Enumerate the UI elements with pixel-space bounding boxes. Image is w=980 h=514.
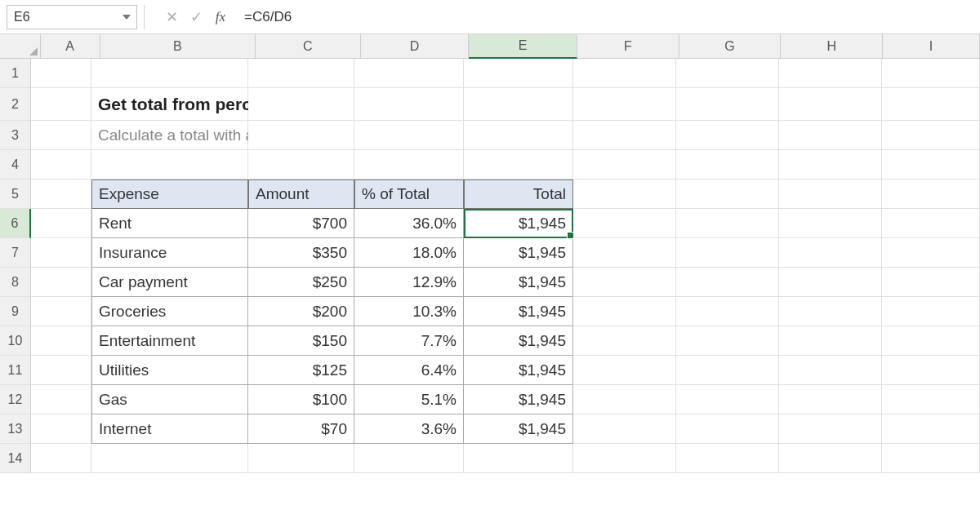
cell-expense[interactable]: Gas xyxy=(91,385,248,414)
cell[interactable] xyxy=(676,238,779,268)
row-header[interactable]: 2 xyxy=(0,88,31,121)
cell[interactable] xyxy=(779,88,882,121)
cell-total[interactable]: $1,945 xyxy=(464,356,573,385)
cell[interactable] xyxy=(31,414,91,444)
cell[interactable] xyxy=(31,179,91,209)
cell[interactable] xyxy=(354,121,464,150)
cell[interactable] xyxy=(882,121,980,150)
col-header-I[interactable]: I xyxy=(883,34,980,59)
cell[interactable] xyxy=(354,59,464,88)
cell[interactable] xyxy=(779,268,882,297)
row-header[interactable]: 9 xyxy=(0,297,31,326)
cell-pct[interactable]: 6.4% xyxy=(354,356,464,385)
cell[interactable] xyxy=(91,150,248,179)
cell[interactable] xyxy=(779,326,882,356)
cell[interactable] xyxy=(573,150,676,179)
cell[interactable] xyxy=(882,179,980,209)
cell[interactable] xyxy=(573,356,676,385)
cell[interactable] xyxy=(779,179,882,209)
name-box-wrap[interactable] xyxy=(7,5,137,29)
cell[interactable] xyxy=(676,179,779,209)
cell-pct[interactable]: 3.6% xyxy=(354,414,464,444)
row-header[interactable]: 4 xyxy=(0,150,31,179)
accept-formula-icon[interactable]: ✓ xyxy=(184,5,208,29)
table-header-expense[interactable]: Expense xyxy=(91,179,248,209)
cell[interactable] xyxy=(354,150,464,179)
cell[interactable] xyxy=(464,121,573,150)
cell[interactable] xyxy=(573,179,676,209)
cell-total[interactable]: $1,945 xyxy=(464,414,573,444)
cell[interactable] xyxy=(779,121,882,150)
cell[interactable] xyxy=(464,444,573,473)
col-header-C[interactable]: C xyxy=(256,34,361,59)
cell[interactable] xyxy=(882,59,980,88)
select-all-corner[interactable] xyxy=(0,34,41,59)
cell[interactable] xyxy=(31,150,91,179)
cell[interactable] xyxy=(676,150,779,179)
row-header[interactable]: 13 xyxy=(0,414,31,444)
cell-expense[interactable]: Groceries xyxy=(91,297,248,326)
cell-total[interactable]: $1,945 xyxy=(464,268,573,297)
cell[interactable] xyxy=(676,88,779,121)
cell[interactable] xyxy=(248,444,354,473)
cell[interactable] xyxy=(676,356,779,385)
cell[interactable] xyxy=(882,297,980,326)
cell[interactable] xyxy=(31,356,91,385)
cell-total[interactable]: $1,945 xyxy=(464,209,573,238)
row-header[interactable]: 8 xyxy=(0,268,31,297)
cell[interactable] xyxy=(676,444,779,473)
cell-expense[interactable]: Internet xyxy=(91,414,248,444)
cell[interactable] xyxy=(248,121,354,150)
table-header-pct[interactable]: % of Total xyxy=(354,179,464,209)
cell[interactable] xyxy=(779,356,882,385)
cell-amount[interactable]: $150 xyxy=(248,326,354,356)
cell[interactable] xyxy=(882,88,980,121)
cell-total[interactable]: $1,945 xyxy=(464,326,573,356)
cell[interactable] xyxy=(676,268,779,297)
row-header[interactable]: 3 xyxy=(0,121,31,150)
table-header-total[interactable]: Total xyxy=(464,179,573,209)
cell[interactable] xyxy=(676,414,779,444)
cell-pct[interactable]: 5.1% xyxy=(354,385,464,414)
row-header[interactable]: 11 xyxy=(0,356,31,385)
cell[interactable] xyxy=(676,326,779,356)
cell-amount[interactable]: $70 xyxy=(248,414,354,444)
cell[interactable] xyxy=(31,444,91,473)
cell[interactable] xyxy=(354,88,464,121)
name-box[interactable] xyxy=(7,6,117,29)
cell[interactable] xyxy=(464,59,573,88)
cell[interactable] xyxy=(31,88,91,121)
cell[interactable] xyxy=(779,414,882,444)
cell[interactable] xyxy=(91,444,248,473)
cell[interactable] xyxy=(31,59,91,88)
cell-amount[interactable]: $125 xyxy=(248,356,354,385)
cell[interactable] xyxy=(779,209,882,238)
col-header-B[interactable]: B xyxy=(100,34,256,59)
cell[interactable] xyxy=(31,209,91,238)
cell[interactable] xyxy=(573,326,676,356)
cell[interactable] xyxy=(573,209,676,238)
cell-expense[interactable]: Utilities xyxy=(91,356,248,385)
cell[interactable] xyxy=(882,356,980,385)
cell[interactable] xyxy=(573,88,676,121)
cell[interactable] xyxy=(31,326,91,356)
cell[interactable] xyxy=(248,88,354,121)
col-header-D[interactable]: D xyxy=(361,34,470,59)
cell-pct[interactable]: 7.7% xyxy=(354,326,464,356)
cell[interactable] xyxy=(676,385,779,414)
cell[interactable] xyxy=(882,209,980,238)
col-header-F[interactable]: F xyxy=(577,34,679,59)
formula-input[interactable] xyxy=(233,5,973,29)
cell[interactable] xyxy=(779,385,882,414)
cell[interactable] xyxy=(779,444,882,473)
cell-grid[interactable]: Get total from percent Calculate a total… xyxy=(31,59,980,473)
cell[interactable] xyxy=(573,385,676,414)
cell[interactable] xyxy=(882,414,980,444)
cell[interactable] xyxy=(573,297,676,326)
cell-amount[interactable]: $700 xyxy=(248,209,354,238)
cell[interactable] xyxy=(779,238,882,268)
cell-expense[interactable]: Insurance xyxy=(91,238,248,268)
row-header[interactable]: 12 xyxy=(0,385,31,414)
row-header[interactable]: 10 xyxy=(0,326,31,356)
cell-expense[interactable]: Car payment xyxy=(91,268,248,297)
